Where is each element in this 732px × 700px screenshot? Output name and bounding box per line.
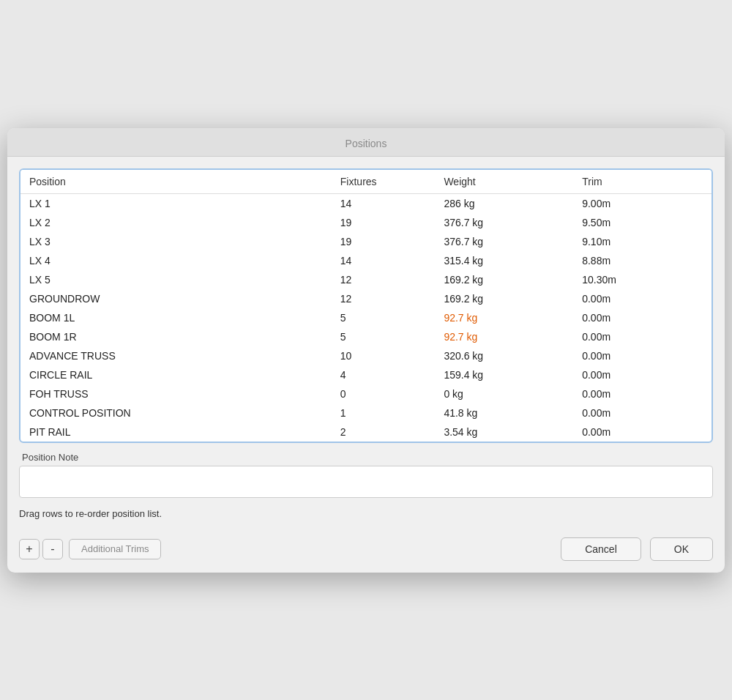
cell-position: LX 3: [20, 232, 332, 251]
cell-weight: 320.6 kg: [435, 346, 573, 365]
cell-trim: 0.00m: [573, 403, 712, 422]
cell-fixtures: 0: [332, 384, 436, 403]
add-position-button[interactable]: +: [19, 539, 40, 559]
cell-weight: 169.2 kg: [435, 270, 573, 289]
table-row[interactable]: ADVANCE TRUSS10320.6 kg0.00m: [20, 346, 712, 365]
table-header-row: Position Fixtures Weight Trim: [20, 170, 712, 194]
table-row[interactable]: LX 512169.2 kg10.30m: [20, 270, 712, 289]
cell-position: GROUNDROW: [20, 289, 332, 308]
cell-position: CONTROL POSITION: [20, 403, 332, 422]
cell-trim: 9.00m: [573, 193, 712, 213]
cell-trim: 10.30m: [573, 270, 712, 289]
cell-trim: 0.00m: [573, 422, 712, 442]
cell-position: LX 4: [20, 251, 332, 270]
remove-position-button[interactable]: -: [42, 539, 63, 559]
cell-trim: 0.00m: [573, 308, 712, 327]
hint-text: Drag rows to re-order position list.: [19, 507, 713, 520]
cell-position: FOH TRUSS: [20, 384, 332, 403]
cell-trim: 0.00m: [573, 384, 712, 403]
cancel-button[interactable]: Cancel: [561, 537, 641, 561]
cell-fixtures: 5: [332, 308, 436, 327]
cell-fixtures: 12: [332, 270, 436, 289]
table-row[interactable]: LX 319376.7 kg9.10m: [20, 232, 712, 251]
col-header-fixtures: Fixtures: [332, 170, 436, 194]
table-row[interactable]: BOOM 1L592.7 kg0.00m: [20, 308, 712, 327]
col-header-position: Position: [20, 170, 332, 194]
cell-weight: 376.7 kg: [435, 213, 573, 232]
cell-position: BOOM 1L: [20, 308, 332, 327]
table-body: LX 114286 kg9.00mLX 219376.7 kg9.50mLX 3…: [20, 193, 712, 442]
table-row[interactable]: GROUNDROW12169.2 kg0.00m: [20, 289, 712, 308]
cell-weight: 3.54 kg: [435, 422, 573, 442]
table-row[interactable]: FOH TRUSS00 kg0.00m: [20, 384, 712, 403]
position-note-input[interactable]: [19, 466, 713, 498]
cell-weight: 315.4 kg: [435, 251, 573, 270]
cell-trim: 9.50m: [573, 213, 712, 232]
cell-position: CIRCLE RAIL: [20, 365, 332, 384]
position-note-label: Position Note: [19, 452, 713, 463]
cell-position: BOOM 1R: [20, 327, 332, 346]
col-header-trim: Trim: [573, 170, 712, 194]
cell-fixtures: 1: [332, 403, 436, 422]
cell-weight: 376.7 kg: [435, 232, 573, 251]
col-header-weight: Weight: [435, 170, 573, 194]
cell-trim: 0.00m: [573, 346, 712, 365]
positions-table: Position Fixtures Weight Trim LX 114286 …: [20, 170, 712, 442]
table-row[interactable]: LX 414315.4 kg8.88m: [20, 251, 712, 270]
left-buttons: + - Additional Trims: [19, 539, 161, 559]
cell-trim: 0.00m: [573, 327, 712, 346]
table-row[interactable]: LX 114286 kg9.00m: [20, 193, 712, 213]
cell-fixtures: 14: [332, 193, 436, 213]
table-row[interactable]: PIT RAIL23.54 kg0.00m: [20, 422, 712, 442]
cell-fixtures: 19: [332, 232, 436, 251]
cell-position: LX 2: [20, 213, 332, 232]
cell-weight: 159.4 kg: [435, 365, 573, 384]
cell-trim: 8.88m: [573, 251, 712, 270]
cell-position: LX 1: [20, 193, 332, 213]
positions-table-container: Position Fixtures Weight Trim LX 114286 …: [19, 168, 713, 443]
bottom-bar: + - Additional Trims Cancel OK: [7, 532, 725, 573]
dialog-title: Positions: [346, 138, 387, 149]
table-row[interactable]: CIRCLE RAIL4159.4 kg0.00m: [20, 365, 712, 384]
right-buttons: Cancel OK: [561, 537, 713, 561]
cell-fixtures: 5: [332, 327, 436, 346]
dialog-body: Position Fixtures Weight Trim LX 114286 …: [7, 157, 725, 532]
table-row[interactable]: LX 219376.7 kg9.50m: [20, 213, 712, 232]
cell-trim: 9.10m: [573, 232, 712, 251]
cell-position: LX 5: [20, 270, 332, 289]
cell-weight: 0 kg: [435, 384, 573, 403]
cell-trim: 0.00m: [573, 365, 712, 384]
ok-button[interactable]: OK: [650, 537, 713, 561]
cell-weight: 169.2 kg: [435, 289, 573, 308]
cell-position: ADVANCE TRUSS: [20, 346, 332, 365]
positions-dialog: Positions Position Fixtures Weight Trim …: [7, 128, 725, 573]
cell-fixtures: 12: [332, 289, 436, 308]
cell-weight: 92.7 kg: [435, 308, 573, 327]
table-row[interactable]: BOOM 1R592.7 kg0.00m: [20, 327, 712, 346]
cell-trim: 0.00m: [573, 289, 712, 308]
cell-weight: 286 kg: [435, 193, 573, 213]
cell-fixtures: 2: [332, 422, 436, 442]
cell-weight: 41.8 kg: [435, 403, 573, 422]
position-note-section: Position Note: [19, 452, 713, 498]
cell-position: PIT RAIL: [20, 422, 332, 442]
cell-fixtures: 14: [332, 251, 436, 270]
cell-fixtures: 4: [332, 365, 436, 384]
cell-fixtures: 19: [332, 213, 436, 232]
cell-fixtures: 10: [332, 346, 436, 365]
additional-trims-button[interactable]: Additional Trims: [69, 539, 161, 559]
cell-weight: 92.7 kg: [435, 327, 573, 346]
table-row[interactable]: CONTROL POSITION141.8 kg0.00m: [20, 403, 712, 422]
dialog-titlebar: Positions: [7, 128, 725, 157]
